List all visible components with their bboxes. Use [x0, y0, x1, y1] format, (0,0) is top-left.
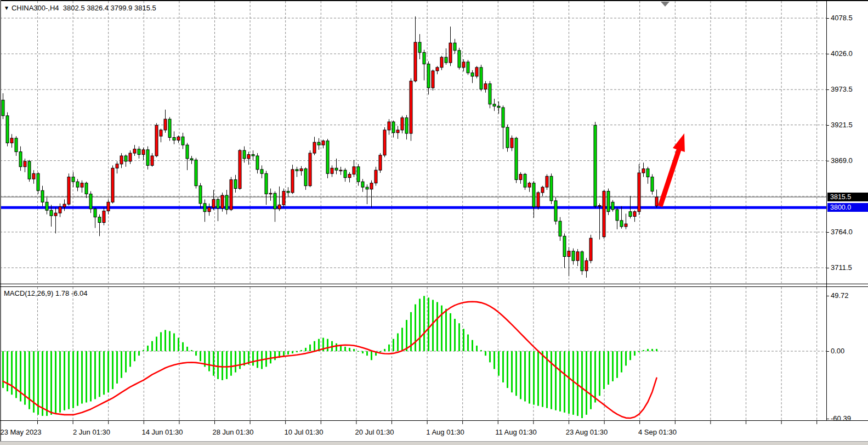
macd-bar	[283, 351, 285, 356]
candle-body-bull	[177, 137, 180, 140]
macd-bar	[94, 351, 96, 399]
panel-separator-top[interactable]	[0, 284, 868, 284]
macd-bar	[463, 329, 464, 351]
macd-bar	[274, 351, 276, 360]
macd-bar	[287, 351, 289, 354]
macd-bar	[59, 351, 61, 413]
macd-bar	[292, 351, 293, 353]
candle-body-bear	[41, 190, 44, 202]
candle-body-bull	[10, 138, 13, 143]
candle-body-bear	[146, 150, 149, 166]
macd-histogram	[2, 296, 657, 418]
candle-body-bear	[274, 193, 276, 209]
panel-separator-bottom[interactable]	[0, 286, 868, 287]
candle-body-bear	[225, 195, 228, 210]
symbol-dropdown-icon[interactable]: ▼	[4, 5, 9, 11]
candle-body-bear	[265, 173, 268, 194]
macd-bar	[103, 351, 105, 395]
candle-body-bull	[142, 150, 145, 155]
price-axis-label: 3973.5	[831, 86, 853, 93]
macd-bar	[454, 319, 456, 351]
macd-bar	[555, 351, 557, 410]
candle-body-bear	[502, 108, 504, 127]
candle-body-bear	[335, 168, 338, 170]
candle-body-bear	[453, 43, 456, 50]
candle-body-bear	[594, 125, 597, 206]
chart-title: ▼CHINA300-,H4 3802.5 3826.4 3799.9 3815.…	[4, 4, 156, 12]
candle-body-bull	[63, 204, 66, 207]
macd-bar	[406, 320, 407, 351]
trend-arrow[interactable]	[658, 133, 685, 207]
macd-bar	[432, 300, 434, 351]
macd-axis-tick	[826, 296, 829, 296]
macd-bar	[344, 347, 346, 351]
macd-bar	[2, 351, 4, 388]
main-chart-area[interactable]	[0, 0, 827, 284]
candle-body-bull	[388, 122, 390, 130]
candle-body-bear	[190, 159, 193, 160]
candle-body-bear	[168, 119, 171, 137]
macd-axis-label: -60.39	[831, 415, 851, 423]
macd-bar	[651, 349, 653, 351]
macd-bar	[643, 350, 644, 351]
macd-bar	[81, 351, 83, 404]
macd-bar	[20, 351, 21, 401]
macd-bar	[515, 351, 517, 396]
macd-bar	[11, 351, 13, 395]
candle-body-bull	[322, 141, 325, 145]
candle-body-bear	[89, 194, 92, 209]
candle-body-bear	[6, 116, 9, 143]
candle-body-bull	[348, 174, 351, 178]
candle-body-bear	[480, 67, 483, 89]
macd-bar	[647, 349, 649, 351]
macd-bar	[621, 351, 622, 373]
macd-bar	[511, 351, 513, 392]
candle-body-bull	[107, 202, 110, 211]
macd-bar	[72, 351, 74, 408]
candle-body-bear	[72, 177, 75, 182]
macd-bar	[55, 351, 56, 414]
candle-body-bull	[300, 169, 303, 171]
candle-body-bull	[638, 173, 640, 212]
macd-bar	[467, 335, 469, 351]
candle-body-bear	[234, 179, 237, 188]
macd-bar	[235, 351, 236, 373]
candle-body-bear	[260, 170, 263, 173]
macd-bar	[7, 351, 8, 391]
candle-body-bull	[339, 170, 342, 171]
candle-body-bull	[230, 179, 232, 210]
scroll-end-marker-icon[interactable]	[661, 2, 670, 7]
macd-bar	[366, 351, 368, 356]
macd-bar	[270, 351, 271, 363]
candle-body-bull	[309, 153, 311, 186]
macd-bar	[121, 351, 122, 378]
candle-body-bull	[589, 238, 592, 261]
candle-body-bull	[239, 150, 241, 188]
candle-body-bull	[519, 174, 522, 180]
candle-body-bull	[585, 261, 588, 271]
macd-bar	[90, 351, 92, 401]
candle-body-bull	[331, 168, 333, 173]
macd-bar	[625, 351, 627, 365]
macd-bar	[143, 350, 144, 351]
candle-body-bear	[37, 173, 39, 190]
macd-bar	[450, 313, 451, 351]
macd-bar	[371, 351, 372, 360]
macd-bar	[305, 348, 307, 351]
macd-bar	[99, 351, 100, 397]
candle-body-bull	[475, 67, 478, 76]
candle-body-bull	[401, 118, 404, 130]
candle-body-bear	[620, 221, 623, 227]
macd-bar	[594, 351, 596, 403]
macd-bar	[502, 351, 504, 382]
macd-values: 1.78 -6.04	[55, 289, 88, 297]
candle-body-bull	[576, 252, 579, 261]
candle-body-bull	[353, 167, 355, 174]
macd-panel-area[interactable]	[0, 286, 827, 421]
macd-bar	[572, 351, 574, 415]
macd-bar	[64, 351, 65, 410]
macd-bar	[384, 349, 385, 351]
macd-bar	[29, 351, 30, 409]
candle-body-bear	[366, 187, 368, 189]
candle-body-bull	[212, 199, 215, 207]
